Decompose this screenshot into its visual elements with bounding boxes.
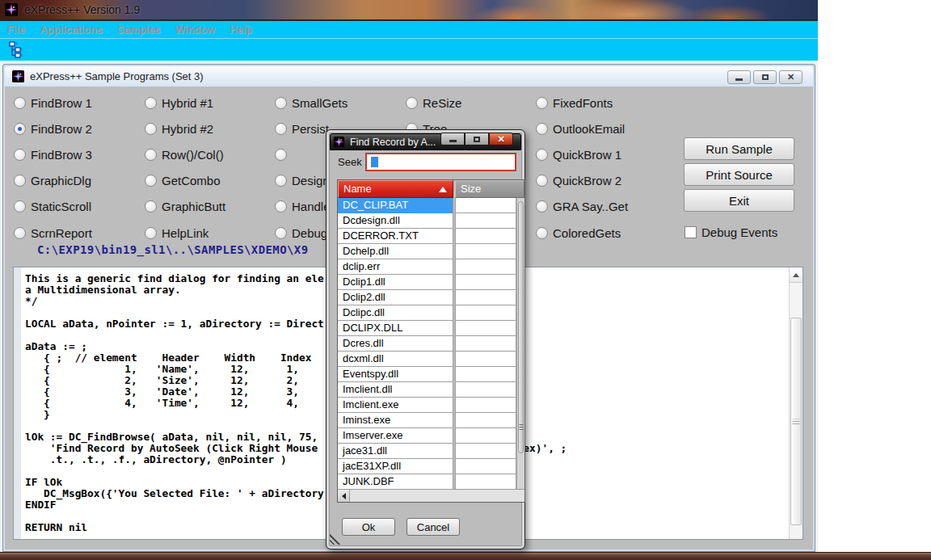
file-size-cell[interactable] <box>455 459 516 474</box>
menu-item[interactable]: Help <box>223 23 260 36</box>
radio-option[interactable]: Hybrid #1 <box>145 90 272 116</box>
list-vertical-scrollbar[interactable] <box>516 198 524 490</box>
radio-option[interactable]: ColoredGets <box>536 220 663 246</box>
radio-option[interactable]: StaticScroll <box>14 194 141 220</box>
file-row[interactable]: DC_CLIP.BAT <box>338 198 516 213</box>
scrollbar-thumb[interactable] <box>518 201 524 453</box>
seek-input[interactable] <box>365 153 516 171</box>
run-sample-button[interactable]: Run Sample <box>684 137 794 160</box>
menu-item[interactable]: File <box>0 23 32 36</box>
file-name-cell[interactable]: dcxml.dll <box>338 352 453 367</box>
file-row[interactable]: Dchelp.dll <box>338 244 516 259</box>
file-row[interactable]: dclip.err <box>338 259 516 275</box>
file-row[interactable]: Dcres.dll <box>338 336 516 352</box>
radio-option[interactable]: GraphicButt <box>145 194 272 220</box>
file-name-cell[interactable]: Imclient.dll <box>338 382 453 398</box>
file-name-cell[interactable]: jacE31XP.dll <box>338 459 453 474</box>
file-name-cell[interactable]: Dclip2.dll <box>338 290 453 305</box>
file-name-cell[interactable]: jace31.dll <box>338 444 453 459</box>
file-row[interactable]: Eventspy.dll <box>338 367 516 382</box>
radio-option[interactable]: OutlookEmail <box>536 116 663 141</box>
radio-option[interactable]: HelpLink <box>145 220 272 246</box>
file-row[interactable]: DCERROR.TXT <box>338 229 516 244</box>
radio-option[interactable]: QuickBrow 1 <box>536 141 663 167</box>
file-name-cell[interactable]: Dcres.dll <box>338 336 453 352</box>
file-size-cell[interactable] <box>455 428 516 444</box>
file-size-cell[interactable] <box>455 290 516 305</box>
file-size-cell[interactable] <box>455 305 516 321</box>
file-size-cell[interactable] <box>455 474 516 490</box>
file-size-cell[interactable] <box>455 229 516 244</box>
file-size-cell[interactable] <box>455 198 516 213</box>
file-name-cell[interactable]: Dclip1.dll <box>338 275 453 290</box>
file-name-cell[interactable]: Dclipc.dll <box>338 305 453 321</box>
minimize-button[interactable] <box>727 70 751 84</box>
column-header-size[interactable]: Size <box>455 180 524 198</box>
file-name-cell[interactable]: Iminst.exe <box>338 413 453 428</box>
minimize-button[interactable] <box>440 133 465 145</box>
file-name-cell[interactable]: Dcdesign.dll <box>338 213 453 229</box>
file-size-cell[interactable] <box>455 352 516 367</box>
file-row[interactable]: dcxml.dll <box>338 352 516 367</box>
radio-option[interactable]: SmallGets <box>275 90 402 116</box>
radio-option[interactable]: ReSize <box>406 90 533 116</box>
radio-option[interactable]: GetCombo <box>145 168 272 194</box>
main-window-titlebar[interactable]: eXPress++ Version 1.9 <box>0 0 818 21</box>
file-row[interactable]: JUNK.DBF <box>338 474 516 490</box>
file-row[interactable]: Imclient.dll <box>338 382 516 398</box>
cancel-button[interactable]: Cancel <box>407 518 460 536</box>
menu-item[interactable]: Samples <box>110 23 167 36</box>
resize-grip-icon[interactable] <box>330 533 342 545</box>
code-vertical-scrollbar[interactable] <box>789 267 803 539</box>
radio-option[interactable]: GraphicDlg <box>14 168 141 194</box>
radio-option[interactable]: Hybrid #2 <box>145 116 272 141</box>
scrollbar-thumb[interactable] <box>790 318 802 525</box>
file-name-cell[interactable]: DCLIPX.DLL <box>338 321 453 336</box>
file-name-cell[interactable]: dclip.err <box>338 259 453 275</box>
radio-option[interactable]: FindBrow 2 <box>14 116 141 141</box>
tree-icon[interactable] <box>7 40 25 60</box>
file-name-cell[interactable]: Imclient.exe <box>338 398 453 413</box>
debug-events-checkbox[interactable]: Debug Events <box>685 225 777 239</box>
radio-option[interactable]: FindBrow 1 <box>14 90 141 116</box>
file-size-cell[interactable] <box>455 398 516 413</box>
file-name-cell[interactable]: Dchelp.dll <box>338 244 453 259</box>
radio-option[interactable]: QuickBrow 2 <box>536 168 663 194</box>
exit-button[interactable]: Exit <box>684 189 794 212</box>
file-row[interactable]: jacE31XP.dll <box>338 459 516 474</box>
file-row[interactable]: DCLIPX.DLL <box>338 321 516 336</box>
file-size-cell[interactable] <box>455 336 516 352</box>
file-name-cell[interactable]: DC_CLIP.BAT <box>338 198 453 213</box>
file-size-cell[interactable] <box>455 213 516 229</box>
column-header-name[interactable]: Name <box>338 180 453 198</box>
file-size-cell[interactable] <box>455 259 516 275</box>
file-row[interactable]: Dcdesign.dll <box>338 213 516 229</box>
scroll-up-button[interactable] <box>790 267 803 283</box>
file-row[interactable]: Dclipc.dll <box>338 305 516 321</box>
radio-option[interactable]: FindBrow 3 <box>14 141 141 167</box>
file-name-cell[interactable]: JUNK.DBF <box>338 474 453 490</box>
radio-option[interactable]: ScrnReport <box>14 220 141 246</box>
file-row[interactable]: jace31.dll <box>338 444 516 459</box>
print-source-button[interactable]: Print Source <box>684 163 794 186</box>
file-name-cell[interactable]: Eventspy.dll <box>338 367 453 382</box>
file-name-cell[interactable]: Imserver.exe <box>338 428 453 444</box>
file-size-cell[interactable] <box>455 275 516 290</box>
close-button[interactable]: ✕ <box>489 133 513 145</box>
scroll-left-button[interactable] <box>338 490 350 502</box>
close-button[interactable]: ✕ <box>779 70 803 84</box>
file-row[interactable]: Dclip2.dll <box>338 290 516 305</box>
file-size-cell[interactable] <box>455 321 516 336</box>
maximize-button[interactable] <box>753 70 777 84</box>
sample-window-titlebar[interactable]: eXPress++ Sample Programs (Set 3) ✕ <box>5 66 813 87</box>
file-row[interactable]: Imclient.exe <box>338 398 516 413</box>
file-size-cell[interactable] <box>455 444 516 459</box>
list-horizontal-scrollbar[interactable] <box>338 489 524 502</box>
radio-option[interactable]: Row()/Col() <box>145 141 272 167</box>
file-name-cell[interactable]: DCERROR.TXT <box>338 229 453 244</box>
file-row[interactable]: Dclip1.dll <box>338 275 516 290</box>
ok-button[interactable]: Ok <box>342 518 395 536</box>
file-row[interactable]: Iminst.exe <box>338 413 516 428</box>
file-row[interactable]: Imserver.exe <box>338 428 516 444</box>
radio-option[interactable]: GRA Say..Get <box>536 194 663 220</box>
